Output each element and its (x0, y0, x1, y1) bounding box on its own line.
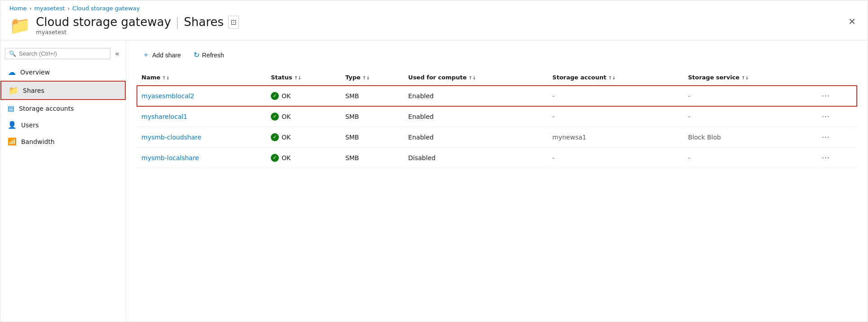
table-row[interactable]: myasesmblocal2✓OKSMBEnabled--··· (137, 86, 857, 106)
collapse-button[interactable]: « (113, 48, 121, 60)
status-check-icon: ✓ (271, 113, 279, 121)
breadcrumb-current: Cloud storage gateway (72, 5, 140, 12)
more-actions-button[interactable]: ··· (819, 90, 833, 101)
sort-arrows: ↑↓ (608, 75, 616, 80)
cell-storage-service: - (683, 106, 815, 127)
cell-used-for-compute: Enabled (404, 86, 548, 106)
breadcrumb-myasetest[interactable]: myasetest (34, 5, 65, 12)
title-main: Cloud storage gateway (36, 15, 171, 29)
th-storage_service[interactable]: Storage service↑↓ (683, 70, 815, 86)
main-area: 🔍 « ☁ Overview📁 Shares▤ Storage accounts… (0, 40, 868, 322)
more-actions-button[interactable]: ··· (819, 131, 833, 143)
sidebar-item-overview[interactable]: ☁ Overview (0, 63, 126, 81)
sidebar-item-label: Shares (23, 87, 44, 94)
add-share-button[interactable]: ＋ Add share (137, 48, 186, 62)
breadcrumb-home[interactable]: Home (9, 5, 26, 12)
title-block: Cloud storage gateway | Shares ⊡ myasete… (36, 15, 239, 35)
sort-arrows: ↑↓ (741, 75, 749, 80)
col-label-storage_service: Storage service (688, 74, 740, 81)
status-text: OK (282, 134, 291, 141)
cell-type: SMB (341, 148, 404, 168)
sidebar-item-users[interactable]: 👤 Users (0, 117, 126, 133)
cell-actions[interactable]: ··· (815, 86, 857, 106)
table-row[interactable]: mysmb-cloudshare✓OKSMBEnabledmynewsa1Blo… (137, 127, 857, 148)
cell-name[interactable]: mysmb-cloudshare (137, 127, 266, 148)
sidebar-item-storage-accounts[interactable]: ▤ Storage accounts (0, 100, 126, 117)
content-area: ＋ Add share ↻ Refresh Name↑↓Status↑↓Type… (126, 40, 868, 322)
title-divider: | (176, 15, 180, 29)
cell-status: ✓OK (266, 106, 341, 127)
cell-status: ✓OK (266, 86, 341, 106)
th-storage_account[interactable]: Storage account↑↓ (548, 70, 683, 86)
user-icon: 👤 (8, 121, 17, 129)
bandwidth-icon: 📶 (8, 137, 17, 146)
status-check-icon: ✓ (271, 154, 279, 162)
cell-name[interactable]: myasesmblocal2 (137, 86, 266, 106)
sidebar: 🔍 « ☁ Overview📁 Shares▤ Storage accounts… (0, 40, 126, 322)
add-icon: ＋ (142, 50, 150, 60)
cell-status: ✓OK (266, 148, 341, 168)
col-label-used_for_compute: Used for compute (408, 74, 467, 81)
cell-storage-service: - (683, 148, 815, 168)
storage-icon: ▤ (8, 104, 14, 113)
cloud-icon: ☁ (8, 67, 16, 77)
status-text: OK (282, 92, 291, 100)
cell-storage-account: - (548, 86, 683, 106)
page-header: 📁 Cloud storage gateway | Shares ⊡ myase… (0, 13, 868, 40)
th-actions (815, 70, 857, 86)
refresh-icon: ↻ (194, 51, 199, 59)
table-row[interactable]: mysharelocal1✓OKSMBEnabled--··· (137, 106, 857, 127)
toolbar: ＋ Add share ↻ Refresh (137, 48, 857, 62)
col-label-name: Name (141, 74, 160, 81)
cell-type: SMB (341, 106, 404, 127)
cell-actions[interactable]: ··· (815, 106, 857, 127)
search-row: 🔍 « (0, 44, 126, 63)
th-status[interactable]: Status↑↓ (266, 70, 341, 86)
cell-storage-account: - (548, 148, 683, 168)
pin-icon[interactable]: ⊡ (228, 16, 238, 29)
search-icon: 🔍 (9, 50, 16, 57)
th-used_for_compute[interactable]: Used for compute↑↓ (404, 70, 548, 86)
sidebar-item-bandwidth[interactable]: 📶 Bandwidth (0, 133, 126, 150)
refresh-button[interactable]: ↻ Refresh (188, 48, 229, 62)
status-text: OK (282, 154, 291, 161)
cell-name[interactable]: mysmb-localshare (137, 148, 266, 168)
close-button[interactable]: ✕ (846, 15, 859, 28)
th-name[interactable]: Name↑↓ (137, 70, 266, 86)
cell-status: ✓OK (266, 127, 341, 148)
page-title: Cloud storage gateway | Shares ⊡ (36, 15, 239, 29)
shares-table: Name↑↓Status↑↓Type↑↓Used for compute↑↓St… (137, 70, 857, 168)
more-actions-button[interactable]: ··· (819, 111, 833, 122)
search-input[interactable] (19, 50, 106, 57)
status-check-icon: ✓ (271, 133, 279, 141)
cell-type: SMB (341, 86, 404, 106)
table-row[interactable]: mysmb-localshare✓OKSMBDisabled--··· (137, 148, 857, 168)
more-actions-button[interactable]: ··· (819, 152, 833, 163)
page-subtitle: myasetest (36, 29, 239, 35)
col-label-type: Type (345, 74, 361, 81)
cell-used-for-compute: Disabled (404, 148, 548, 168)
col-label-status: Status (271, 74, 292, 81)
cell-used-for-compute: Enabled (404, 106, 548, 127)
sidebar-item-label: Users (21, 122, 39, 129)
cell-storage-account: mynewsa1 (548, 127, 683, 148)
sort-arrows: ↑↓ (294, 75, 302, 80)
search-box[interactable]: 🔍 (5, 48, 110, 59)
table-header: Name↑↓Status↑↓Type↑↓Used for compute↑↓St… (137, 70, 857, 86)
cell-storage-service: - (683, 86, 815, 106)
status-text: OK (282, 113, 291, 120)
sort-arrows: ↑↓ (362, 75, 370, 80)
cell-type: SMB (341, 127, 404, 148)
nav-items: ☁ Overview📁 Shares▤ Storage accounts👤 Us… (0, 63, 126, 150)
folder-icon: 📁 (9, 17, 31, 34)
sidebar-item-label: Bandwidth (21, 138, 55, 145)
cell-actions[interactable]: ··· (815, 127, 857, 148)
cell-used-for-compute: Enabled (404, 127, 548, 148)
cell-name[interactable]: mysharelocal1 (137, 106, 266, 127)
sort-arrows: ↑↓ (162, 75, 170, 80)
cell-storage-service: Block Blob (683, 127, 815, 148)
sidebar-item-shares[interactable]: 📁 Shares (0, 81, 126, 100)
th-type[interactable]: Type↑↓ (341, 70, 404, 86)
refresh-label: Refresh (202, 52, 224, 59)
cell-actions[interactable]: ··· (815, 148, 857, 168)
